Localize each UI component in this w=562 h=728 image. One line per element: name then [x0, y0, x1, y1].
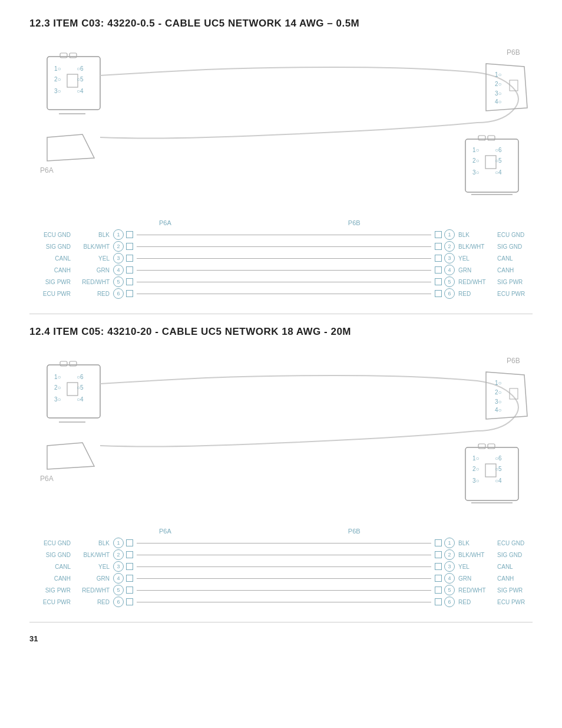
- label-right-s2-5: SIG PWR: [494, 587, 533, 594]
- connector-sq-right-1: [435, 231, 442, 238]
- svg-text:P6B: P6B: [507, 357, 520, 365]
- connector-sq-left-2: [126, 243, 133, 250]
- connector-sq-right-5: [435, 278, 442, 285]
- color-right-4: GRN: [456, 267, 494, 274]
- connector-sq-right-s2-4: [435, 575, 442, 582]
- section-divider-2: [29, 622, 533, 622]
- pin-row-s2-3: CANL YEL 3 3 YEL CANL: [35, 561, 533, 572]
- connector-sq-left-5: [126, 278, 133, 285]
- svg-text:○6: ○6: [495, 455, 502, 462]
- label-right-5: SIG PWR: [494, 279, 533, 285]
- pin-num-right-s2-2: 2: [444, 549, 455, 560]
- svg-text:2○: 2○: [472, 157, 480, 164]
- svg-text:2○: 2○: [495, 81, 502, 87]
- color-left-2: BLK/WHT: [74, 243, 112, 250]
- color-left-1: BLK: [74, 232, 112, 238]
- connector-sq-right-s2-2: [435, 551, 442, 558]
- pin-num-right-s2-6: 6: [444, 597, 455, 607]
- connector-sq-left-s2-4: [126, 575, 133, 582]
- svg-text:○6: ○6: [77, 65, 84, 72]
- connector-sq-left-6: [126, 290, 133, 297]
- wire-line-s2-6: [137, 602, 431, 602]
- svg-text:3○: 3○: [472, 477, 480, 484]
- label-right-s2-1: ECU GND: [494, 540, 533, 546]
- svg-rect-55: [478, 444, 485, 449]
- label-left-1: ECU GND: [35, 232, 74, 238]
- pin-num-right-s2-4: 4: [444, 573, 455, 584]
- color-left-s2-1: BLK: [74, 540, 112, 546]
- svg-text:○5: ○5: [77, 384, 84, 391]
- svg-text:2○: 2○: [54, 76, 61, 83]
- wire-line-s2-2: [137, 555, 431, 555]
- label-left-4: CANH: [35, 267, 74, 274]
- svg-text:1○: 1○: [472, 147, 480, 153]
- pin-row-4: CANH GRN 4 4 GRN CANH: [35, 264, 533, 276]
- svg-rect-26: [478, 136, 485, 140]
- pin-row-s2-1: ECU GND BLK 1 1 BLK ECU GND: [35, 537, 533, 549]
- pin-num-left-s2-5: 5: [113, 585, 124, 595]
- p6b-header-label: P6B: [348, 219, 361, 226]
- connector-sq-right-s2-5: [435, 587, 442, 594]
- pin-num-right-s2-5: 5: [444, 585, 455, 595]
- pin-num-right-6: 6: [444, 288, 455, 299]
- color-left-s2-2: BLK/WHT: [74, 552, 112, 558]
- wiring-svg-12-3: 1○ ○6 2○ ○5 3○ ○4 P6B 1○ 2○ 3○ 4○: [29, 40, 536, 211]
- label-left-5: SIG PWR: [35, 279, 74, 285]
- svg-text:○5: ○5: [77, 76, 84, 83]
- p6b-header-label-2: P6B: [348, 528, 361, 535]
- label-left-s2-3: CANL: [35, 564, 74, 570]
- wire-line-s2-1: [137, 543, 431, 543]
- color-right-s2-4: GRN: [456, 575, 494, 582]
- svg-text:2○: 2○: [495, 389, 502, 396]
- svg-rect-9: [60, 53, 67, 58]
- pin-row-3: CANL YEL 3 3 YEL CANL: [35, 252, 533, 264]
- svg-text:1○: 1○: [54, 65, 61, 72]
- label-right-s2-2: SIG GND: [494, 552, 533, 558]
- pin-num-right-s2-1: 1: [444, 538, 455, 548]
- page-number: 31: [29, 634, 533, 643]
- pin-table-12-3: P6A P6B ECU GND BLK 1 1 BLK ECU GND SIG …: [29, 219, 533, 299]
- connector-sq-right-6: [435, 290, 442, 297]
- color-right-s2-6: RED: [456, 599, 494, 605]
- connector-sq-right-3: [435, 255, 442, 262]
- label-right-6: ECU PWR: [494, 291, 533, 297]
- connector-sq-left-s2-2: [126, 551, 133, 558]
- wire-line-6: [137, 294, 431, 294]
- svg-text:1○: 1○: [495, 71, 502, 78]
- p6a-header-label: P6A: [159, 219, 171, 226]
- pin-num-left-3: 3: [113, 253, 124, 263]
- pin-num-left-1: 1: [113, 229, 124, 240]
- svg-text:○6: ○6: [495, 147, 502, 153]
- wire-line-s2-4: [137, 578, 431, 579]
- svg-rect-10: [70, 53, 77, 58]
- pin-num-left-s2-2: 2: [113, 549, 124, 560]
- pin-num-left-5: 5: [113, 276, 124, 287]
- pin-num-left-2: 2: [113, 241, 124, 252]
- svg-rect-38: [60, 361, 67, 366]
- pin-num-right-1: 1: [444, 229, 455, 240]
- svg-text:○5: ○5: [495, 466, 502, 472]
- pin-num-right-2: 2: [444, 241, 455, 252]
- pin-row-s2-4: CANH GRN 4 4 GRN CANH: [35, 572, 533, 584]
- section-12-4-title: 12.4 ITEM C05: 43210-20 - CABLE UC5 NETW…: [29, 326, 533, 338]
- wire-line-s2-3: [137, 566, 431, 567]
- wire-line-s2-5: [137, 590, 431, 591]
- svg-rect-39: [70, 361, 77, 366]
- color-left-s2-3: YEL: [74, 564, 112, 570]
- p6a-header-label-2: P6A: [159, 528, 171, 535]
- svg-text:3○: 3○: [495, 398, 502, 405]
- color-right-5: RED/WHT: [456, 279, 494, 285]
- pin-num-left-6: 6: [113, 288, 124, 299]
- pin-num-left-s2-1: 1: [113, 538, 124, 548]
- color-left-3: YEL: [74, 255, 112, 262]
- pin-row-s2-5: SIG PWR RED/WHT 5 5 RED/WHT SIG PWR: [35, 584, 533, 596]
- label-left-s2-6: ECU PWR: [35, 599, 74, 605]
- color-right-s2-2: BLK/WHT: [456, 552, 494, 558]
- pin-row-s2-2: SIG GND BLK/WHT 2 2 BLK/WHT SIG GND: [35, 549, 533, 561]
- svg-text:3○: 3○: [54, 88, 61, 94]
- label-right-4: CANH: [494, 267, 533, 274]
- svg-text:○4: ○4: [495, 169, 502, 176]
- wiring-svg-12-4: 1○ ○6 2○ ○5 3○ ○4 P6B 1○ 2○ 3○ 4○ P6A: [29, 348, 536, 519]
- pin-row-5: SIG PWR RED/WHT 5 5 RED/WHT SIG PWR: [35, 276, 533, 288]
- section-12-3-title: 12.3 ITEM C03: 43220-0.5 - CABLE UC5 NET…: [29, 18, 533, 29]
